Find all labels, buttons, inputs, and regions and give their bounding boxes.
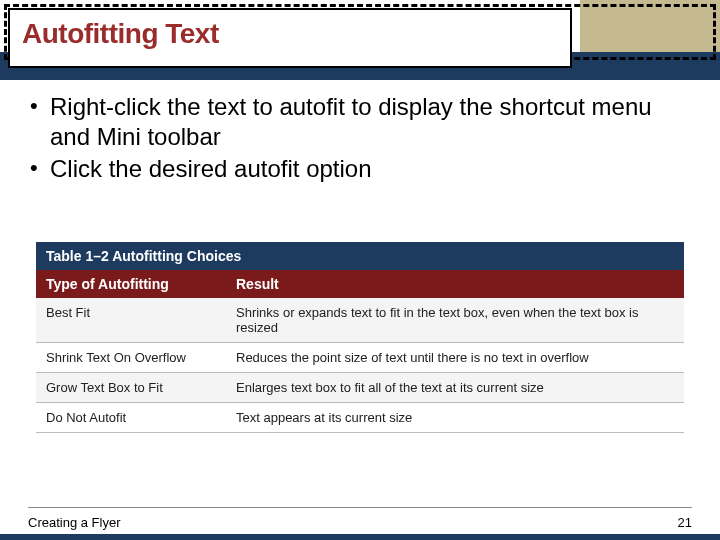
bullet-item: Click the desired autofit option <box>28 154 692 184</box>
table-cell: Enlarges text box to fit all of the text… <box>226 373 684 402</box>
decorative-tan-block <box>580 0 720 52</box>
footer-left: Creating a Flyer <box>28 515 120 530</box>
table-cell: Best Fit <box>36 298 226 342</box>
slide-title: Autofitting Text <box>22 18 558 50</box>
table-cell: Reduces the point size of text until the… <box>226 343 684 372</box>
table-row: Best Fit Shrinks or expands text to fit … <box>36 298 684 343</box>
table-cell: Grow Text Box to Fit <box>36 373 226 402</box>
page-number: 21 <box>678 515 692 530</box>
table-header-row: Type of Autofitting Result <box>36 270 684 298</box>
footer-rule <box>28 507 692 508</box>
footer: Creating a Flyer 21 <box>28 515 692 530</box>
decorative-navy-bottom <box>0 534 720 540</box>
table-caption: Table 1–2 Autofitting Choices <box>36 242 684 270</box>
table-cell: Text appears at its current size <box>226 403 684 432</box>
content-area: Right-click the text to autofit to displ… <box>28 92 692 186</box>
bullet-list: Right-click the text to autofit to displ… <box>28 92 692 184</box>
slide-title-box: Autofitting Text <box>8 8 572 68</box>
table-row: Do Not Autofit Text appears at its curre… <box>36 403 684 433</box>
bullet-item: Right-click the text to autofit to displ… <box>28 92 692 152</box>
table-cell: Shrinks or expands text to fit in the te… <box>226 298 684 342</box>
autofit-table: Table 1–2 Autofitting Choices Type of Au… <box>36 242 684 433</box>
table-header-col2: Result <box>226 270 684 298</box>
table-cell: Do Not Autofit <box>36 403 226 432</box>
table-body: Best Fit Shrinks or expands text to fit … <box>36 298 684 433</box>
table-cell: Shrink Text On Overflow <box>36 343 226 372</box>
table-row: Grow Text Box to Fit Enlarges text box t… <box>36 373 684 403</box>
table-header-col1: Type of Autofitting <box>36 270 226 298</box>
table-row: Shrink Text On Overflow Reduces the poin… <box>36 343 684 373</box>
